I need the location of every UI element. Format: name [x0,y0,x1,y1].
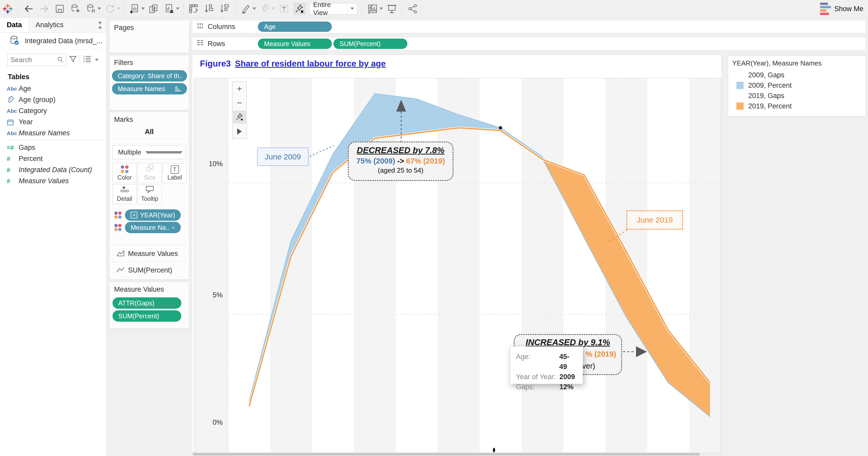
field-measure-values[interactable]: # Measure Values [0,175,106,187]
sort-descending-icon[interactable] [219,3,231,15]
highlight-caret[interactable] [252,7,256,10]
number-type-icon: # [7,155,10,163]
zoom-in-button[interactable]: + [232,82,247,96]
sort-ascending-icon[interactable] [203,3,215,15]
color-button[interactable]: Color [113,163,136,183]
color-shelf-icon[interactable] [114,211,122,219]
string-type-icon: Abc [7,130,17,136]
legend-item-2019-gaps[interactable]: 2019, Gaps [728,91,866,101]
zoom-out-button[interactable]: − [232,96,247,110]
group-members-caret[interactable] [272,7,275,10]
number-type-icon: # [7,166,10,174]
mark-pill-year[interactable]: + YEAR(Year) [125,209,181,221]
field-measure-names[interactable]: Abc Measure Names [0,127,106,139]
mark-tooltip: Age:45-49 Year of Year:2009 Gaps:12% [510,346,583,384]
field-count[interactable]: # Integrated Data (Count) [0,164,106,175]
scrollbar-thumb[interactable] [193,453,700,455]
filters-label: Filters [110,55,189,67]
filter-pill-measure-names[interactable]: Measure Names [112,83,187,94]
rows-pill-measure-values[interactable]: Measure Values [258,38,332,49]
pane-sort-icon[interactable] [96,21,104,30]
dimension-measure-separator [7,140,106,141]
tableau-logo-icon[interactable] [2,3,14,15]
field-age[interactable]: Abc Age [0,83,106,94]
field-percent[interactable]: # Percent [0,153,106,164]
legend-item-2009-percent[interactable]: 2009, Percent [728,80,866,91]
horizontal-scrollbar[interactable] [192,452,722,456]
duplicate-sheet-icon[interactable] [148,3,160,15]
search-input[interactable] [10,56,57,64]
pause-auto-updates-icon[interactable] [85,3,97,15]
columns-shelf[interactable]: Columns Age [192,20,866,33]
collapsed-mark-measure-values[interactable]: Measure Values [116,249,178,258]
mark-pill-measure-names[interactable]: Measure Na.. [125,222,181,233]
size-icon [145,164,154,174]
redo-icon[interactable] [38,3,50,15]
annotation-june-2009[interactable]: June 2009 [257,147,309,166]
save-icon[interactable] [54,3,66,15]
fit-selector[interactable]: Entire View [309,3,358,15]
run-auto-updates-icon[interactable] [104,3,116,15]
datasource-row[interactable]: Integrated Data (mrsd_... [0,33,106,50]
run-auto-updates-caret[interactable] [117,7,120,10]
show-hide-cards-caret[interactable] [379,7,383,10]
filter-fields-icon[interactable] [69,55,77,64]
undo-icon[interactable] [23,3,35,15]
fix-axes-icon[interactable] [293,3,306,15]
rows-pill-sum-percent[interactable]: SUM(Percent) [333,38,407,49]
new-data-source-icon[interactable] [69,3,81,15]
pause-auto-updates-caret[interactable] [97,7,101,10]
show-me-button[interactable]: Show Me [820,3,863,15]
annotation-june-2019[interactable]: June 2019 [626,210,683,230]
new-worksheet-caret[interactable] [141,7,145,10]
show-hide-cards-icon[interactable] [367,3,379,15]
baseline-mark-dot [493,448,495,452]
detail-icon [120,186,129,195]
zoom-flyout-button[interactable] [232,124,247,139]
filter-pill-category[interactable]: Category: Share of th.. [112,70,187,82]
tab-data[interactable]: Data [0,18,29,32]
mark-type-dropdown[interactable]: Multiple [113,145,186,159]
pill-sum-percent[interactable]: SUM(Percent) [113,310,181,322]
marks-tab-all[interactable]: All [110,124,189,139]
chart-canvas[interactable] [194,78,721,454]
title-link[interactable]: Share of resident labour force by age [235,59,385,68]
fit-selector-caret[interactable] [347,3,357,14]
field-year[interactable]: Year [0,116,106,127]
collapsed-mark-sum-percent[interactable]: SUM(Percent) [116,266,172,274]
legend-item-2009-gaps[interactable]: 2009, Gaps [728,70,866,80]
swap-rows-columns-icon[interactable] [188,3,200,15]
columns-pill-age[interactable]: Age [258,22,332,32]
data-pane: Data Analytics Integrated Data (mrsd_... [0,18,106,456]
search-box[interactable] [7,54,66,66]
clear-sheet-icon[interactable] [163,3,175,15]
measure-values-card: Measure Values ATTR(Gaps) SUM(Percent) [109,282,189,329]
toolbar-separator [183,3,183,15]
field-age-group[interactable]: Age (group) [0,94,106,105]
pages-card[interactable]: Pages [109,20,189,53]
main-toolbar: Entire View Show Me [0,0,868,18]
color-shelf-icon[interactable] [114,224,122,231]
tooltip-button[interactable]: Tooltip [137,184,162,204]
view-options-icon[interactable] [83,55,92,64]
tab-analytics[interactable]: Analytics [29,18,106,32]
field-gaps[interactable]: =# Gaps [0,142,106,153]
clear-sheet-caret[interactable] [176,7,180,10]
new-worksheet-icon[interactable] [128,3,141,15]
line-chart-icon [116,266,125,274]
view-options-caret[interactable] [95,59,98,61]
group-members-icon[interactable] [259,3,271,15]
annotation-decreased[interactable]: DECREASED by 7.8% 75% (2009) -> 67% (201… [348,142,454,181]
size-button[interactable]: Size [137,163,162,183]
pill-attr-gaps[interactable]: ATTR(Gaps) [113,297,181,309]
legend-item-2019-percent[interactable]: 2019, Percent [728,101,866,111]
highlight-icon[interactable] [240,3,252,15]
rows-shelf[interactable]: Rows Measure Values SUM(Percent) [192,37,866,51]
zoom-pin-button[interactable] [233,111,246,123]
presentation-mode-icon[interactable] [386,3,398,15]
show-mark-labels-icon[interactable] [278,3,290,15]
share-icon[interactable] [407,3,419,15]
detail-button[interactable]: Detail [113,184,136,204]
label-button[interactable]: T Label [163,163,187,183]
field-category[interactable]: Abc Category [0,105,106,116]
